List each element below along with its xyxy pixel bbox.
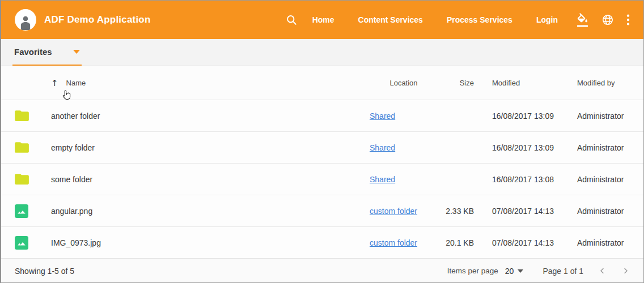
favorites-file-list: ↑ Name Location Size Modified Modified b… (1, 66, 643, 259)
file-name[interactable]: some folder (51, 175, 370, 184)
folder-icon (15, 173, 29, 185)
app-header: ADF Demo Application Home Content Servic… (1, 1, 643, 39)
table-row[interactable]: IMG_0973.jpg custom folder 20.1 KB 07/08… (1, 227, 643, 259)
language-globe-icon[interactable] (601, 14, 614, 26)
nav-item-login[interactable]: Login (536, 15, 558, 24)
items-per-page-label: Items per page (447, 267, 498, 275)
page-indicator: Page 1 of 1 (543, 267, 583, 276)
folder-icon (15, 142, 29, 153)
modified-value: 16/08/2017 13:09 (492, 112, 577, 121)
nav-item-content-services[interactable]: Content Services (358, 15, 423, 24)
column-header-modified-by[interactable]: Modified by (577, 79, 630, 87)
column-header-name-label: Name (66, 79, 86, 87)
file-name[interactable]: angular.png (51, 207, 370, 216)
modified-value: 07/08/2017 14:13 (492, 238, 577, 247)
column-header-size[interactable]: Size (438, 79, 474, 87)
location-link[interactable]: Shared (370, 175, 395, 184)
items-per-page-select[interactable]: 20 (505, 267, 524, 276)
location-link[interactable]: custom folder (370, 207, 417, 216)
folder-icon (15, 110, 29, 122)
modified-by-value: Administrator (577, 175, 630, 184)
size-value: 20.1 KB (438, 238, 474, 247)
column-header-name[interactable]: ↑ Name (51, 78, 370, 88)
tab-favorites[interactable]: Favorites (12, 39, 82, 66)
modified-value: 07/08/2017 14:13 (492, 207, 577, 216)
image-file-icon (15, 236, 28, 250)
modified-by-value: Administrator (577, 143, 630, 152)
file-name[interactable]: empty folder (51, 143, 370, 152)
color-fill-icon[interactable] (576, 13, 589, 27)
location-link[interactable]: Shared (370, 112, 395, 121)
location-link[interactable]: Shared (370, 143, 395, 152)
sort-ascending-icon: ↑ (51, 78, 58, 88)
modified-value: 16/08/2017 13:09 (492, 143, 577, 152)
modified-by-value: Administrator (577, 112, 630, 121)
size-value: 2.33 KB (438, 207, 474, 216)
person-icon (17, 12, 34, 31)
table-row[interactable]: some folder Shared 16/08/2017 13:08 Admi… (1, 164, 643, 195)
location-link[interactable]: custom folder (370, 238, 417, 247)
more-vertical-icon[interactable] (626, 14, 630, 26)
next-page-button[interactable] (621, 267, 630, 275)
pagination-bar: Showing 1-5 of 5 Items per page 20 Page … (1, 259, 643, 282)
tab-bar: Favorites (1, 39, 643, 66)
column-header-modified[interactable]: Modified (492, 79, 577, 87)
file-name[interactable]: IMG_0973.jpg (51, 238, 370, 247)
image-file-icon (15, 204, 28, 218)
app-title: ADF Demo Application (44, 14, 151, 25)
nav-item-home[interactable]: Home (312, 15, 334, 24)
previous-page-button[interactable] (598, 267, 607, 275)
search-icon[interactable] (286, 14, 298, 26)
modified-value: 16/08/2017 13:08 (492, 175, 577, 184)
pagination-controls: Items per page 20 Page 1 of 1 (447, 267, 630, 276)
table-body: another folder Shared 16/08/2017 13:09 A… (1, 100, 643, 259)
modified-by-value: Administrator (577, 238, 630, 247)
caret-down-icon (73, 50, 80, 54)
table-row[interactable]: another folder Shared 16/08/2017 13:09 A… (1, 100, 643, 132)
nav-item-process-services[interactable]: Process Services (447, 15, 512, 24)
table-header-row: ↑ Name Location Size Modified Modified b… (1, 66, 643, 100)
main-nav: Home Content Services Process Services L… (312, 15, 558, 24)
file-name[interactable]: another folder (51, 112, 370, 121)
header-action-icons (576, 13, 630, 27)
table-row[interactable]: angular.png custom folder 2.33 KB 07/08/… (1, 195, 643, 227)
caret-down-icon (518, 269, 523, 273)
items-per-page-value: 20 (505, 267, 514, 276)
modified-by-value: Administrator (577, 207, 630, 216)
user-avatar[interactable] (15, 9, 36, 31)
tab-favorites-label: Favorites (14, 47, 52, 57)
column-header-location[interactable]: Location (370, 79, 438, 87)
showing-count: Showing 1-5 of 5 (15, 267, 74, 276)
table-row[interactable]: empty folder Shared 16/08/2017 13:09 Adm… (1, 132, 643, 164)
app-window: ADF Demo Application Home Content Servic… (0, 0, 644, 283)
